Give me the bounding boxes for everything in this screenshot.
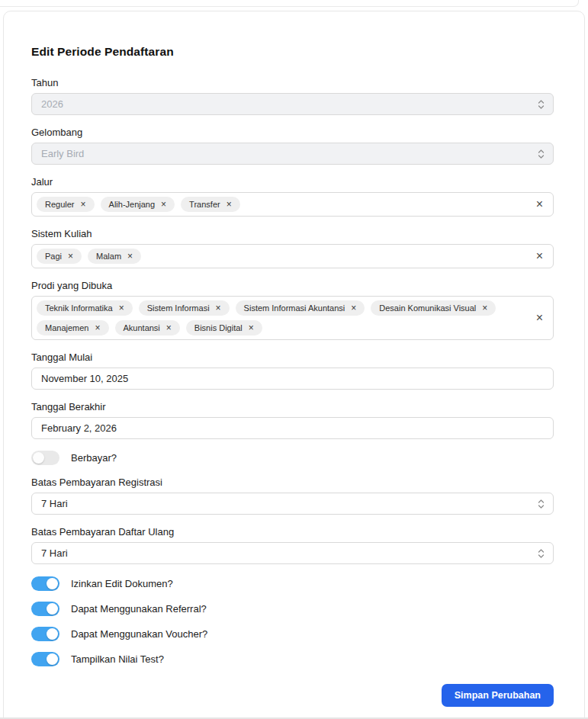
tag-label: Sistem Informasi Akuntansi xyxy=(244,303,345,313)
tag-label: Pagi xyxy=(45,252,62,261)
save-changes-button[interactable]: Simpan Perubahan xyxy=(442,684,554,707)
remove-tag-icon[interactable]: × xyxy=(95,323,100,332)
remove-tag-icon[interactable]: × xyxy=(81,200,86,209)
remove-tag-icon[interactable]: × xyxy=(127,252,133,261)
tag-label: Teknik Informatika xyxy=(45,303,113,313)
tag-label: Alih-Jenjang xyxy=(109,200,156,209)
gelombang-select[interactable]: Early Bird xyxy=(31,143,554,165)
remove-tag-icon[interactable]: × xyxy=(119,303,124,313)
jalur-label: Jalur xyxy=(31,176,554,188)
tag-label: Reguler xyxy=(45,200,75,209)
field-tanggal-berakhir: Tanggal Berakhir xyxy=(31,401,554,439)
toggle-row: Tampilkan Nilai Test? xyxy=(31,652,554,666)
remove-tag-icon[interactable]: × xyxy=(227,200,232,209)
clear-all-icon[interactable]: × xyxy=(536,198,543,210)
chevron-updown-icon xyxy=(538,548,545,559)
toggle-knob xyxy=(47,628,58,640)
tag-chip[interactable]: Akuntansi× xyxy=(115,320,180,335)
chevron-updown-icon xyxy=(538,149,545,159)
toggle-knob xyxy=(47,578,58,589)
gelombang-value: Early Bird xyxy=(41,148,84,159)
field-tahun: Tahun 2026 xyxy=(31,77,554,115)
field-prodi: Prodi yang Dibuka Teknik Informatika× Si… xyxy=(31,280,554,340)
tahun-label: Tahun xyxy=(31,77,554,88)
toggle-row: Dapat Menggunakan Voucher? xyxy=(31,627,554,641)
chevron-updown-icon xyxy=(538,99,545,110)
tag-label: Akuntansi xyxy=(124,323,160,332)
feature-toggles: Izinkan Edit Dokumen? Dapat Menggunakan … xyxy=(31,576,554,666)
remove-tag-icon[interactable]: × xyxy=(351,303,356,313)
tag-label: Bisnis Digital xyxy=(194,323,243,332)
remove-tag-icon[interactable]: × xyxy=(68,252,73,261)
berbayar-toggle-row: Berbayar? xyxy=(31,451,554,465)
prodi-label: Prodi yang Dibuka xyxy=(31,280,554,291)
toggle-knob xyxy=(47,653,58,665)
tag-chip[interactable]: Desain Komunikasi Visual× xyxy=(371,300,496,316)
jalur-multiselect[interactable]: Reguler× Alih-Jenjang× Transfer× × xyxy=(31,192,554,217)
tag-label: Sistem Informasi xyxy=(147,303,210,313)
tahun-value: 2026 xyxy=(41,98,63,110)
berbayar-toggle[interactable] xyxy=(31,451,59,465)
chevron-updown-icon xyxy=(538,499,545,509)
field-tanggal-mulai: Tanggal Mulai xyxy=(31,351,554,390)
tanggal-mulai-input[interactable] xyxy=(31,368,554,390)
toggle-label: Izinkan Edit Dokumen? xyxy=(71,578,173,589)
batas-registrasi-select[interactable]: 7 Hari xyxy=(31,493,554,515)
tag-chip[interactable]: Malam× xyxy=(88,249,141,264)
toggle-row: Dapat Menggunakan Referral? xyxy=(31,602,554,616)
batas-daftar-ulang-value: 7 Hari xyxy=(41,547,68,559)
remove-tag-icon[interactable]: × xyxy=(482,303,487,313)
tag-chip[interactable]: Alih-Jenjang× xyxy=(101,197,175,212)
tag-chip[interactable]: Bisnis Digital× xyxy=(186,320,262,335)
field-batas-registrasi: Batas Pembayaran Registrasi 7 Hari xyxy=(31,477,554,515)
tag-label: Transfer xyxy=(189,200,220,209)
tag-label: Malam xyxy=(96,252,121,261)
clear-all-icon[interactable]: × xyxy=(536,250,543,262)
tanggal-berakhir-label: Tanggal Berakhir xyxy=(31,401,554,412)
sistem-kuliah-multiselect[interactable]: Pagi× Malam× × xyxy=(31,244,554,268)
sistem-kuliah-label: Sistem Kuliah xyxy=(31,228,554,239)
berbayar-label: Berbayar? xyxy=(71,452,117,464)
field-gelombang: Gelombang Early Bird xyxy=(31,127,554,165)
batas-registrasi-value: 7 Hari xyxy=(41,498,68,509)
remove-tag-icon[interactable]: × xyxy=(161,200,166,209)
prodi-multiselect[interactable]: Teknik Informatika× Sistem Informasi× Si… xyxy=(31,296,554,340)
feature-toggle[interactable] xyxy=(31,627,59,641)
edit-period-card: Edit Periode Pendaftaran Tahun 2026 Gelo… xyxy=(3,11,585,719)
clear-all-icon[interactable]: × xyxy=(536,312,543,324)
tag-label: Manajemen xyxy=(45,323,88,332)
remove-tag-icon[interactable]: × xyxy=(249,323,254,332)
remove-tag-icon[interactable]: × xyxy=(216,303,221,313)
gelombang-label: Gelombang xyxy=(31,127,554,138)
tag-chip[interactable]: Sistem Informasi Akuntansi× xyxy=(236,300,365,316)
tag-chip[interactable]: Transfer× xyxy=(181,197,240,212)
field-jalur: Jalur Reguler× Alih-Jenjang× Transfer× × xyxy=(31,176,554,217)
tanggal-berakhir-input[interactable] xyxy=(31,417,554,439)
toggle-knob xyxy=(47,603,58,615)
feature-toggle[interactable] xyxy=(31,576,59,591)
top-bar xyxy=(0,0,579,7)
tag-chip[interactable]: Manajemen× xyxy=(37,320,109,335)
tag-chip[interactable]: Teknik Informatika× xyxy=(37,300,133,316)
remove-tag-icon[interactable]: × xyxy=(166,323,172,332)
tag-chip[interactable]: Pagi× xyxy=(37,249,82,264)
page-title: Edit Periode Pendaftaran xyxy=(31,45,554,59)
feature-toggle[interactable] xyxy=(31,652,59,666)
toggle-label: Tampilkan Nilai Test? xyxy=(71,653,164,665)
batas-registrasi-label: Batas Pembayaran Registrasi xyxy=(31,477,554,488)
tag-label: Desain Komunikasi Visual xyxy=(379,303,476,313)
tanggal-mulai-label: Tanggal Mulai xyxy=(31,351,554,363)
toggle-row: Izinkan Edit Dokumen? xyxy=(31,576,554,591)
toggle-label: Dapat Menggunakan Voucher? xyxy=(71,628,207,640)
tahun-select[interactable]: 2026 xyxy=(31,93,554,115)
batas-daftar-ulang-select[interactable]: 7 Hari xyxy=(31,542,554,564)
tag-chip[interactable]: Reguler× xyxy=(37,197,95,212)
actions-row: Simpan Perubahan xyxy=(31,684,554,707)
batas-daftar-ulang-label: Batas Pembayaran Daftar Ulang xyxy=(31,526,554,538)
field-sistem-kuliah: Sistem Kuliah Pagi× Malam× × xyxy=(31,228,554,268)
toggle-label: Dapat Menggunakan Referral? xyxy=(71,603,207,615)
feature-toggle[interactable] xyxy=(31,602,59,616)
field-batas-daftar-ulang: Batas Pembayaran Daftar Ulang 7 Hari xyxy=(31,526,554,564)
toggle-knob xyxy=(33,452,44,464)
tag-chip[interactable]: Sistem Informasi× xyxy=(139,300,230,316)
